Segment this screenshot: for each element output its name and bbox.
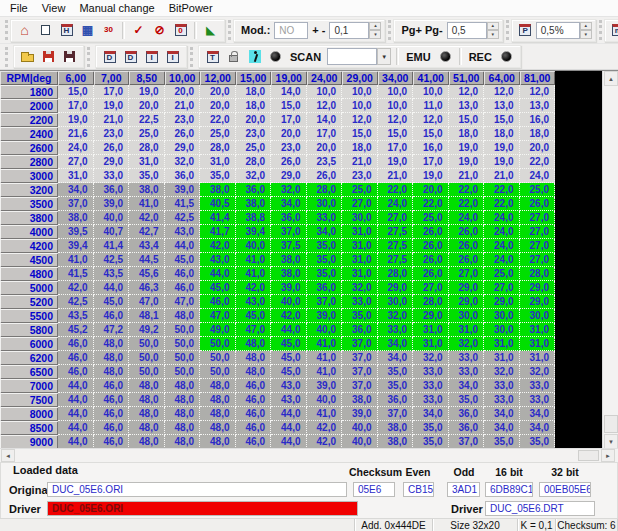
map-cell-4200-15-00[interactable]: 40,0 <box>236 239 272 253</box>
map-cell-6200-24-00[interactable]: 41,0 <box>307 351 343 365</box>
map-cell-3800-24-00[interactable]: 33,0 <box>307 211 343 225</box>
map-cell-9000-19-00[interactable]: 44,0 <box>271 435 307 449</box>
map-cell-7000-51-00[interactable]: 34,0 <box>449 379 485 393</box>
col-header-41-00[interactable]: 41,00 <box>413 71 449 85</box>
map-cell-4000-7-00[interactable]: 40,7 <box>94 225 130 239</box>
map-cell-2200-64-00[interactable]: 15,0 <box>484 113 520 127</box>
map-cell-8500-34-00[interactable]: 38,0 <box>378 421 414 435</box>
map-cell-9000-7-00[interactable]: 46,0 <box>94 435 130 449</box>
col-header-29-00[interactable]: 29,00 <box>342 71 378 85</box>
map-cell-2400-81-00[interactable]: 18,0 <box>520 127 556 141</box>
map-cell-8000-12-00[interactable]: 48,0 <box>200 407 236 421</box>
col-header-81-00[interactable]: 81,00 <box>520 71 556 85</box>
menu-manual-change[interactable]: Manual change <box>72 1 161 15</box>
even-field[interactable]: CB15 <box>403 482 434 497</box>
view-split-i1-icon[interactable]: I <box>141 47 162 67</box>
menu-view[interactable]: View <box>35 1 73 15</box>
toolbar-drag-handle[interactable] <box>228 20 231 40</box>
map-cell-5200-24-00[interactable]: 37,0 <box>307 295 343 309</box>
map-cell-3000-15-00[interactable]: 32,0 <box>236 169 272 183</box>
map-cell-3200-24-00[interactable]: 28,0 <box>307 183 343 197</box>
map-cell-7000-12-00[interactable]: 48,0 <box>200 379 236 393</box>
map-cell-7000-19-00[interactable]: 43,0 <box>271 379 307 393</box>
toolbar-drag-handle[interactable] <box>388 20 391 40</box>
map-cell-5200-8-50[interactable]: 47,0 <box>129 295 165 309</box>
view-split-i2-icon[interactable]: I <box>162 47 183 67</box>
map-cell-7500-15-00[interactable]: 46,0 <box>236 393 272 407</box>
map-cell-7000-8-50[interactable]: 48,0 <box>129 379 165 393</box>
map-cell-2400-10-00[interactable]: 26,0 <box>165 127 201 141</box>
map-cell-4500-8-50[interactable]: 44,5 <box>129 253 165 267</box>
map-cell-2000-12-00[interactable]: 20,0 <box>200 99 236 113</box>
map-cell-3000-6-00[interactable]: 31,0 <box>58 169 94 183</box>
map-cell-4800-15-00[interactable]: 41,0 <box>236 267 272 281</box>
row-header-5500[interactable]: 5500 <box>0 309 58 323</box>
map-cell-3200-7-00[interactable]: 36,0 <box>94 183 130 197</box>
apply-changes-icon[interactable]: ✓ <box>128 20 149 40</box>
map-cell-2600-12-00[interactable]: 28,0 <box>200 141 236 155</box>
col-header-19-00[interactable]: 19,00 <box>271 71 307 85</box>
map-cell-2000-51-00[interactable]: 13,0 <box>449 99 485 113</box>
map-cell-3500-15-00[interactable]: 38,0 <box>236 197 272 211</box>
map-cell-4800-8-50[interactable]: 45,6 <box>129 267 165 281</box>
open-file-icon[interactable] <box>17 47 38 67</box>
map-cell-5200-51-00[interactable]: 29,0 <box>449 295 485 309</box>
map-cell-3200-12-00[interactable]: 38,0 <box>200 183 236 197</box>
map-cell-8500-51-00[interactable]: 36,0 <box>449 421 485 435</box>
map-cell-3000-34-00[interactable]: 21,0 <box>378 169 414 183</box>
map-cell-3500-7-00[interactable]: 39,0 <box>94 197 130 211</box>
map-cell-4000-8-50[interactable]: 42,7 <box>129 225 165 239</box>
map-cell-2000-15-00[interactable]: 18,0 <box>236 99 272 113</box>
map-cell-6000-15-00[interactable]: 48,0 <box>236 337 272 351</box>
view-split-d2-icon[interactable]: D <box>120 47 141 67</box>
map-cell-4800-41-00[interactable]: 26,0 <box>413 267 449 281</box>
map-cell-8000-15-00[interactable]: 46,0 <box>236 407 272 421</box>
map-cell-8500-12-00[interactable]: 48,0 <box>200 421 236 435</box>
row-header-4200[interactable]: 4200 <box>0 239 58 253</box>
map-cell-3500-12-00[interactable]: 40,5 <box>200 197 236 211</box>
map-cell-3200-81-00[interactable]: 25,0 <box>520 183 556 197</box>
map-cell-4800-24-00[interactable]: 35,0 <box>307 267 343 281</box>
row-header-8000[interactable]: 8000 <box>0 407 58 421</box>
map-cell-7500-12-00[interactable]: 48,0 <box>200 393 236 407</box>
map-cell-2800-34-00[interactable]: 19,0 <box>378 155 414 169</box>
map-cell-6500-41-00[interactable]: 33,0 <box>413 365 449 379</box>
bit32-field[interactable]: 00EB05E6 <box>539 482 591 497</box>
row-header-2800[interactable]: 2800 <box>0 155 58 169</box>
col-header-8-50[interactable]: 8,50 <box>129 71 165 85</box>
percent-value-up-icon[interactable]: ▴ <box>580 22 592 31</box>
scan-select-dropdown-icon[interactable]: ▼ <box>377 48 391 65</box>
map-cell-5500-7-00[interactable]: 46,0 <box>94 309 130 323</box>
map-cell-3500-6-00[interactable]: 37,0 <box>58 197 94 211</box>
map-cell-4000-19-00[interactable]: 37,0 <box>271 225 307 239</box>
map-cell-3800-19-00[interactable]: 36,0 <box>271 211 307 225</box>
map-cell-5800-7-00[interactable]: 47,2 <box>94 323 130 337</box>
map-cell-4500-15-00[interactable]: 41,0 <box>236 253 272 267</box>
map-cell-2200-19-00[interactable]: 17,0 <box>271 113 307 127</box>
page-step-value-up-icon[interactable]: ▴ <box>487 22 499 31</box>
map-cell-5500-10-00[interactable]: 48,0 <box>165 309 201 323</box>
map-cell-8500-8-50[interactable]: 48,0 <box>129 421 165 435</box>
page-step-value-down-icon[interactable]: ▾ <box>487 30 499 39</box>
map-cell-4000-15-00[interactable]: 39,4 <box>236 225 272 239</box>
map-cell-9000-41-00[interactable]: 35,0 <box>413 435 449 449</box>
map-cell-5200-15-00[interactable]: 43,0 <box>236 295 272 309</box>
map-cell-3800-10-00[interactable]: 42,5 <box>165 211 201 225</box>
map-cell-5800-15-00[interactable]: 47,0 <box>236 323 272 337</box>
row-header-3000[interactable]: 3000 <box>0 169 58 183</box>
map-cell-2800-8-50[interactable]: 31,0 <box>129 155 165 169</box>
map-cell-3500-8-50[interactable]: 41,0 <box>129 197 165 211</box>
map-cell-2800-19-00[interactable]: 26,0 <box>271 155 307 169</box>
scan-select[interactable]: ▼ <box>327 48 391 65</box>
map-cell-2200-34-00[interactable]: 12,0 <box>378 113 414 127</box>
step-value[interactable]: 0,1 <box>329 22 369 39</box>
map-cell-6000-64-00[interactable]: 31,0 <box>484 337 520 351</box>
map-cell-2400-41-00[interactable]: 15,0 <box>413 127 449 141</box>
save-as-icon[interactable] <box>59 47 80 67</box>
map-cell-6000-41-00[interactable]: 31,0 <box>413 337 449 351</box>
map-cell-2400-7-00[interactable]: 23,0 <box>94 127 130 141</box>
map-cell-4500-64-00[interactable]: 24,0 <box>484 253 520 267</box>
map-cell-9000-29-00[interactable]: 40,0 <box>342 435 378 449</box>
map-cell-2000-8-50[interactable]: 20,0 <box>129 99 165 113</box>
toolbar-drag-handle[interactable] <box>190 47 196 67</box>
